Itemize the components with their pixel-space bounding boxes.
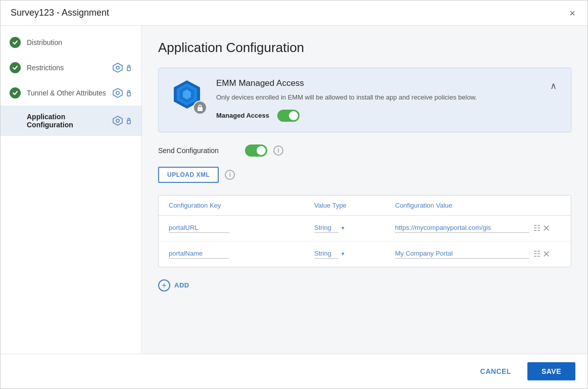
managed-access-label: Managed Access [216, 112, 269, 119]
emm-desc: Only devices enrolled in EMM will be all… [216, 92, 540, 103]
value-type-select-2[interactable]: String Integer Boolean [314, 250, 338, 259]
col-header-key: Configuration Key [169, 202, 314, 209]
cancel-button[interactable]: CANCEL [470, 362, 521, 380]
value-type-select-1[interactable]: String Integer Boolean [314, 224, 338, 233]
send-toggle-slider [245, 144, 267, 157]
dropdown-arrow-1: ▾ [341, 225, 345, 231]
add-row[interactable]: + ADD [158, 277, 571, 294]
sidebar-item-app-config[interactable]: Application Configuration [1, 106, 141, 136]
svg-marker-0 [113, 63, 122, 72]
emm-card-left: EMM Managed Access Only devices enrolled… [171, 78, 540, 122]
window-title: Survey123 - Assignment [11, 8, 109, 18]
config-value-input-1[interactable] [395, 224, 529, 233]
config-table: Configuration Key Value Type Configurati… [158, 195, 571, 267]
sidebar-item-tunnel[interactable]: Tunnel & Other Attributes [1, 80, 141, 106]
emm-card-text: EMM Managed Access Only devices enrolled… [216, 78, 540, 122]
send-config-label: Send Configuration [158, 147, 239, 155]
multiline-icon-1[interactable]: ☷ [533, 223, 541, 233]
lock-badge-icon [193, 101, 207, 115]
svg-point-4 [116, 91, 119, 94]
sidebar-item-restrictions[interactable]: Restrictions [1, 55, 141, 80]
remove-cell-2: ✕ [541, 249, 561, 260]
upload-xml-info-icon[interactable]: i [225, 170, 235, 180]
dropdown-arrow-2: ▾ [341, 251, 345, 257]
config-value-2: ☷ [395, 249, 541, 259]
col-header-actions [541, 202, 561, 209]
config-key-2: portalName [169, 249, 314, 259]
sidebar-label-restrictions: Restrictions [27, 64, 112, 72]
check-icon-distribution [10, 37, 21, 48]
upload-xml-row: UPLOAD XML i [158, 167, 571, 183]
send-config-row: Send Configuration i [158, 144, 571, 157]
config-value-1: ☷ [395, 223, 541, 233]
save-button[interactable]: SAVE [527, 362, 575, 380]
sidebar-label-tunnel: Tunnel & Other Attributes [27, 89, 112, 97]
svg-marker-3 [113, 88, 122, 98]
send-config-info-icon[interactable]: i [273, 145, 283, 156]
svg-rect-13 [198, 107, 203, 111]
page-title: Application Configuration [158, 40, 571, 56]
emm-title: EMM Managed Access [216, 78, 540, 88]
svg-marker-6 [113, 116, 122, 125]
svg-point-1 [116, 66, 119, 69]
send-config-toggle[interactable] [245, 144, 267, 157]
svg-rect-8 [127, 120, 130, 124]
app-config-badge [112, 115, 132, 126]
footer: CANCEL SAVE [1, 354, 587, 388]
col-header-value: Configuration Value [395, 202, 541, 209]
app-icon-wrapper [171, 78, 207, 115]
config-key-1: portalURL [169, 223, 314, 233]
check-icon-restrictions [10, 62, 21, 73]
config-type-2: String Integer Boolean ▾ [314, 250, 395, 259]
config-value-input-2[interactable] [395, 250, 529, 259]
no-check-placeholder [10, 115, 21, 126]
toggle-slider [277, 110, 300, 122]
add-circle-icon: + [158, 279, 170, 291]
sidebar-item-distribution[interactable]: Distribution [1, 30, 141, 55]
upload-xml-button[interactable]: UPLOAD XML [158, 167, 219, 183]
remove-cell-1: ✕ [541, 223, 561, 234]
content-area: Application Configuration [142, 26, 587, 354]
close-button[interactable]: × [567, 8, 577, 18]
remove-button-1[interactable]: ✕ [541, 223, 552, 234]
config-type-1: String Integer Boolean ▾ [314, 224, 395, 233]
add-label: ADD [174, 281, 189, 289]
restrictions-badge [112, 62, 132, 73]
table-row: portalURL String Integer Boolean ▾ ☷ [159, 216, 571, 241]
title-bar: Survey123 - Assignment × [1, 1, 587, 26]
main-window: Survey123 - Assignment × Distribution [0, 0, 588, 389]
tunnel-badge [112, 87, 132, 99]
sidebar-label-distribution: Distribution [27, 38, 132, 46]
svg-rect-5 [127, 92, 130, 96]
emm-managed-row: Managed Access [216, 110, 540, 122]
main-layout: Distribution Restrictions [1, 26, 587, 354]
table-row: portalName String Integer Boolean ▾ ☷ [159, 241, 571, 267]
multiline-icon-2[interactable]: ☷ [533, 249, 541, 259]
sidebar-label-app-config: Application Configuration [27, 113, 112, 129]
emm-collapse-button[interactable]: ∧ [548, 78, 559, 93]
config-table-header: Configuration Key Value Type Configurati… [159, 196, 571, 216]
check-icon-tunnel [10, 87, 21, 99]
svg-rect-2 [127, 67, 130, 71]
remove-button-2[interactable]: ✕ [541, 249, 552, 260]
emm-managed-access-card: EMM Managed Access Only devices enrolled… [158, 68, 571, 132]
sidebar: Distribution Restrictions [1, 26, 142, 354]
col-header-type: Value Type [314, 202, 395, 209]
managed-access-toggle[interactable] [277, 110, 300, 122]
svg-point-7 [116, 119, 119, 122]
